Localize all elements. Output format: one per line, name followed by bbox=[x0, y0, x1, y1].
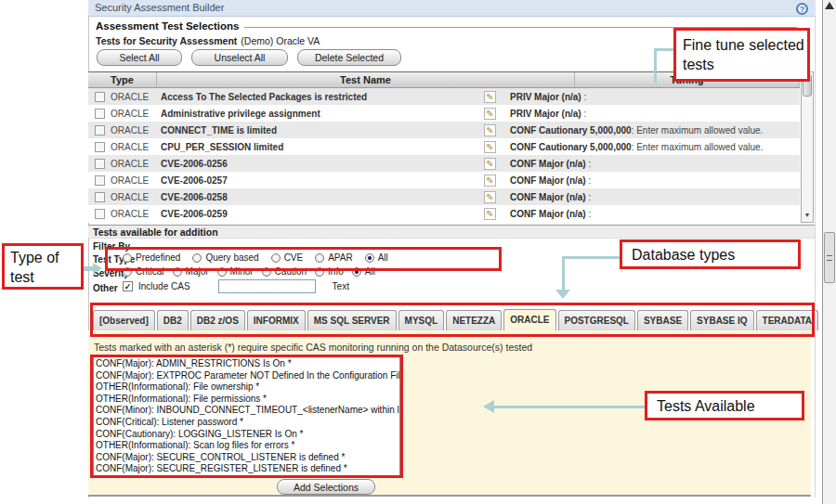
annotation-tests-available: Tests Available bbox=[645, 391, 804, 420]
tuning-value: CONF Cautionary 5,000,000 bbox=[510, 142, 632, 152]
row-checkbox[interactable] bbox=[95, 109, 105, 119]
type-of-test-arrowhead-icon bbox=[93, 263, 102, 274]
row-test-name: Administrative privilege assignment bbox=[157, 109, 484, 119]
annotation-fine-tune: Fine tune selected tests bbox=[673, 28, 810, 82]
row-type: ORACLE bbox=[111, 175, 157, 186]
row-type: ORACLE bbox=[111, 125, 157, 136]
row-checkbox[interactable] bbox=[95, 175, 105, 186]
row-tuning: PRIV Major (n/a) : bbox=[504, 109, 800, 119]
annotation-type-of-test: Type of test bbox=[2, 243, 84, 290]
table-scroll-down-icon[interactable]: ▼ bbox=[802, 210, 813, 221]
row-checkbox[interactable] bbox=[95, 92, 105, 102]
table-row: ORACLE CONNECT_TIME is limited ✎ CONF Ca… bbox=[88, 122, 800, 138]
row-type: ORACLE bbox=[111, 192, 157, 202]
row-tuning: CONF Cautionary 5,000,000: Enter maximum… bbox=[504, 125, 800, 136]
tests-available-arrowhead-icon bbox=[483, 400, 494, 413]
tuning-desc: : bbox=[586, 209, 592, 219]
text-label: Text bbox=[333, 281, 349, 291]
tuning-desc: : bbox=[586, 192, 592, 202]
row-test-name: CVE-2006-0258 bbox=[157, 192, 484, 202]
page-scrollbar[interactable] bbox=[822, 0, 836, 504]
tests-available-connector bbox=[494, 406, 645, 408]
row-test-name: CPU_PER_SESSION limited bbox=[157, 142, 484, 152]
row-checkbox[interactable] bbox=[95, 142, 105, 152]
row-tuning: PRIV Major (n/a) : bbox=[504, 92, 800, 102]
include-cas-label: Include CAS bbox=[138, 281, 190, 291]
delete-selected-button[interactable]: Delete Selected bbox=[297, 49, 401, 66]
edit-tuning-icon[interactable]: ✎ bbox=[484, 108, 496, 120]
row-tuning: CONF Major (n/a) : bbox=[504, 175, 800, 186]
selected-tests-table: Type Test Name Tuning ORACLE Access To T… bbox=[88, 71, 800, 223]
page-scroll-up-icon[interactable] bbox=[825, 2, 834, 9]
table-row: ORACLE CPU_PER_SESSION limited ✎ CONF Ca… bbox=[88, 138, 800, 155]
edit-tuning-icon[interactable]: ✎ bbox=[484, 91, 496, 103]
assessment-subtitle: Tests for Security Assessment(Demo) Orac… bbox=[96, 35, 320, 46]
tuning-desc: : bbox=[586, 175, 592, 186]
annotation-box-tabs bbox=[90, 303, 815, 337]
edit-tuning-icon[interactable]: ✎ bbox=[484, 158, 496, 170]
selection-buttons: Select All Unselect All Delete Selected bbox=[97, 49, 401, 66]
edit-tuning-icon[interactable]: ✎ bbox=[484, 124, 496, 136]
table-row: ORACLE CVE-2006-0257 ✎ CONF Major (n/a) … bbox=[88, 172, 800, 188]
row-type: ORACLE bbox=[111, 209, 157, 219]
include-cas-checkbox[interactable]: ✓ bbox=[123, 281, 133, 291]
annotation-database-types: Database types bbox=[620, 239, 801, 269]
table-row: ORACLE CVE-2006-0258 ✎ CONF Major (n/a) … bbox=[88, 188, 800, 205]
tuning-desc: : Enter maximum allowed value. bbox=[632, 142, 764, 152]
other-row: ✓ Include CAS Text bbox=[123, 279, 316, 293]
edit-tuning-icon[interactable]: ✎ bbox=[484, 174, 496, 187]
col-test-name: Test Name bbox=[157, 72, 575, 87]
section-tests-available: Tests available for addition bbox=[88, 225, 815, 239]
row-type: ORACLE bbox=[111, 159, 157, 169]
add-selections-button[interactable]: Add Selections bbox=[277, 479, 375, 495]
row-tuning: CONF Major (n/a) : bbox=[504, 159, 800, 169]
tuning-desc: : bbox=[586, 159, 592, 169]
database-types-connector bbox=[562, 256, 620, 259]
edit-tuning-icon[interactable]: ✎ bbox=[484, 208, 496, 220]
annotation-box-list bbox=[90, 355, 403, 478]
database-types-connector bbox=[562, 256, 565, 290]
row-tuning: CONF Major (n/a) : bbox=[504, 192, 800, 202]
tuning-desc: : bbox=[581, 109, 587, 119]
tuning-value: CONF Major (n/a) bbox=[510, 192, 586, 202]
table-row: ORACLE Access To The Selected Packages i… bbox=[88, 88, 800, 105]
table-row: ORACLE CVE-2006-0259 ✎ CONF Major (n/a) … bbox=[88, 205, 800, 222]
row-checkbox[interactable] bbox=[95, 209, 105, 219]
row-type: ORACLE bbox=[111, 92, 157, 102]
page-scrollbar-grip bbox=[827, 255, 832, 261]
row-test-name: CVE-2006-0259 bbox=[157, 209, 484, 219]
tuning-desc: : Enter maximum allowed value. bbox=[632, 125, 764, 136]
tuning-value: PRIV Major (n/a) bbox=[510, 109, 581, 119]
row-test-name: Access To The Selected Packages is restr… bbox=[157, 92, 484, 102]
other-label: Other bbox=[93, 283, 118, 293]
annotation-box-test-type-row bbox=[105, 247, 502, 271]
subtitle-bold: Tests for Security Assessment bbox=[96, 35, 237, 46]
row-checkbox[interactable] bbox=[95, 125, 105, 136]
section-title: Assessment Test Selections bbox=[96, 20, 239, 32]
tuning-value: CONF Major (n/a) bbox=[510, 209, 586, 219]
row-test-name: CONNECT_TIME is limited bbox=[157, 125, 484, 136]
filter-text-input[interactable] bbox=[218, 279, 316, 293]
subtitle-rest: (Demo) Oracle VA bbox=[241, 35, 320, 46]
row-test-name: CVE-2006-0257 bbox=[157, 175, 484, 186]
unselect-all-button[interactable]: Unselect All bbox=[191, 49, 288, 66]
fine-tune-connector bbox=[654, 48, 673, 51]
row-test-name: CVE-2006-0256 bbox=[157, 159, 484, 169]
edit-tuning-icon[interactable]: ✎ bbox=[484, 141, 496, 153]
window-title: Security Assessment Builder bbox=[88, 0, 816, 17]
row-checkbox[interactable] bbox=[95, 192, 105, 202]
row-checkbox[interactable] bbox=[95, 159, 105, 169]
tuning-desc: : bbox=[581, 92, 587, 102]
database-types-arrowhead-icon bbox=[555, 290, 570, 299]
tuning-value: CONF Major (n/a) bbox=[510, 159, 586, 169]
row-type: ORACLE bbox=[111, 109, 157, 119]
select-all-button[interactable]: Select All bbox=[97, 49, 182, 66]
edit-tuning-icon[interactable]: ✎ bbox=[484, 191, 496, 203]
tuning-value: PRIV Major (n/a) bbox=[510, 92, 581, 102]
table-row: ORACLE CVE-2006-0256 ✎ CONF Major (n/a) … bbox=[88, 155, 800, 172]
col-type: Type bbox=[88, 72, 157, 87]
row-tuning: CONF Cautionary 5,000,000: Enter maximum… bbox=[504, 142, 800, 152]
help-icon[interactable]: ? bbox=[796, 3, 808, 15]
tuning-value: CONF Major (n/a) bbox=[510, 175, 586, 186]
table-scrollbar[interactable]: ▼ bbox=[801, 71, 814, 223]
